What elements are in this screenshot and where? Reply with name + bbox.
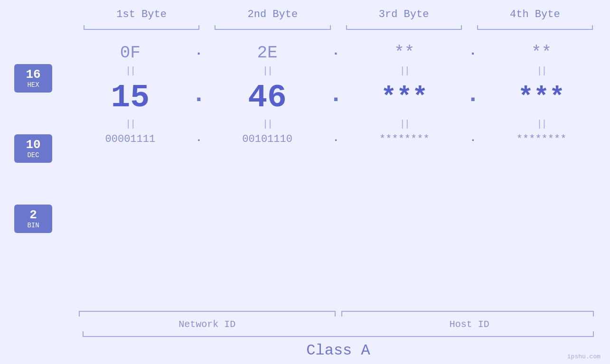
class-section: Class A bbox=[9, 336, 601, 364]
bottom-brackets bbox=[76, 306, 601, 317]
eq-row-2: || || || || bbox=[71, 118, 601, 131]
eq1-b4: || bbox=[482, 65, 601, 76]
main-content: 16 HEX 10 DEC 2 BIN 0F . 2E bbox=[9, 38, 601, 306]
class-bracket-line bbox=[83, 336, 594, 337]
dec-data-row: 15 . 46 . *** . *** bbox=[71, 79, 601, 116]
footer-watermark: ipshu.com bbox=[567, 353, 601, 360]
bracket-byte4 bbox=[472, 25, 598, 34]
bracket-byte3 bbox=[341, 25, 467, 34]
bracket-byte1 bbox=[79, 25, 204, 34]
byte4-header: 4th Byte bbox=[469, 9, 601, 20]
eq2-b3: || bbox=[346, 119, 464, 130]
bin-byte4: ******** bbox=[482, 133, 601, 145]
hex-byte1: 0F bbox=[71, 43, 189, 63]
eq2-b2: || bbox=[208, 119, 327, 130]
bin-base-number: 2 bbox=[19, 208, 47, 222]
data-rows-wrapper: 0F . 2E . ** . ** || || bbox=[71, 38, 601, 306]
host-id-label: Host ID bbox=[338, 319, 601, 330]
dec-dot1: . bbox=[189, 81, 208, 114]
bracket-byte2 bbox=[210, 25, 335, 34]
network-id-bracket bbox=[76, 306, 338, 317]
bin-data-row: 00001111 . 00101110 . ******** . *******… bbox=[71, 132, 601, 146]
bin-dot1: . bbox=[189, 132, 208, 146]
bottom-section: Network ID Host ID bbox=[9, 306, 601, 330]
bin-dot2: . bbox=[327, 132, 346, 146]
hex-byte2: 2E bbox=[208, 43, 327, 63]
dec-byte3: *** bbox=[346, 83, 464, 112]
host-id-bracket bbox=[338, 306, 601, 317]
bin-badge: 2 BIN bbox=[14, 205, 52, 233]
eq1-b2: || bbox=[208, 65, 327, 76]
dec-base-label: DEC bbox=[19, 151, 47, 159]
main-container: 1st Byte 2nd Byte 3rd Byte 4th Byte 16 H… bbox=[0, 0, 610, 364]
dec-byte4: *** bbox=[482, 83, 601, 112]
eq1-b3: || bbox=[346, 65, 464, 76]
bin-dot3: . bbox=[463, 132, 482, 146]
bin-base-label: BIN bbox=[19, 222, 47, 229]
dec-dot2: . bbox=[327, 81, 346, 114]
hex-dot2: . bbox=[327, 44, 346, 62]
class-label: Class A bbox=[76, 342, 601, 359]
byte1-header: 1st Byte bbox=[76, 9, 207, 20]
byte3-header: 3rd Byte bbox=[338, 9, 469, 20]
bin-byte1: 00001111 bbox=[71, 133, 189, 145]
hex-byte4: ** bbox=[482, 43, 601, 63]
byte2-header: 2nd Byte bbox=[207, 9, 338, 20]
hex-badge: 16 HEX bbox=[14, 64, 52, 93]
hex-byte3: ** bbox=[346, 43, 464, 63]
dec-base-number: 10 bbox=[19, 138, 47, 152]
dec-badge: 10 DEC bbox=[14, 134, 52, 163]
top-brackets bbox=[9, 25, 601, 34]
hex-base-label: HEX bbox=[19, 81, 47, 89]
dec-byte1: 15 bbox=[71, 79, 189, 116]
eq1-b1: || bbox=[71, 65, 189, 76]
bin-byte3: ******** bbox=[346, 133, 464, 145]
id-labels-row: Network ID Host ID bbox=[76, 319, 601, 330]
dec-byte2: 46 bbox=[208, 79, 327, 116]
eq2-b4: || bbox=[482, 119, 601, 130]
dec-dot3: . bbox=[463, 81, 482, 114]
hex-data-row: 0F . 2E . ** . ** bbox=[71, 43, 601, 63]
hex-dot1: . bbox=[189, 44, 208, 62]
eq-row-1: || || || || bbox=[71, 65, 601, 77]
network-id-label: Network ID bbox=[76, 319, 338, 330]
bin-byte2: 00101110 bbox=[208, 133, 327, 145]
hex-base-number: 16 bbox=[19, 68, 47, 82]
eq2-b1: || bbox=[71, 119, 189, 130]
hex-dot3: . bbox=[463, 44, 482, 62]
byte-headers-row: 1st Byte 2nd Byte 3rd Byte 4th Byte bbox=[9, 0, 601, 25]
base-labels-column: 16 HEX 10 DEC 2 BIN bbox=[9, 38, 71, 306]
